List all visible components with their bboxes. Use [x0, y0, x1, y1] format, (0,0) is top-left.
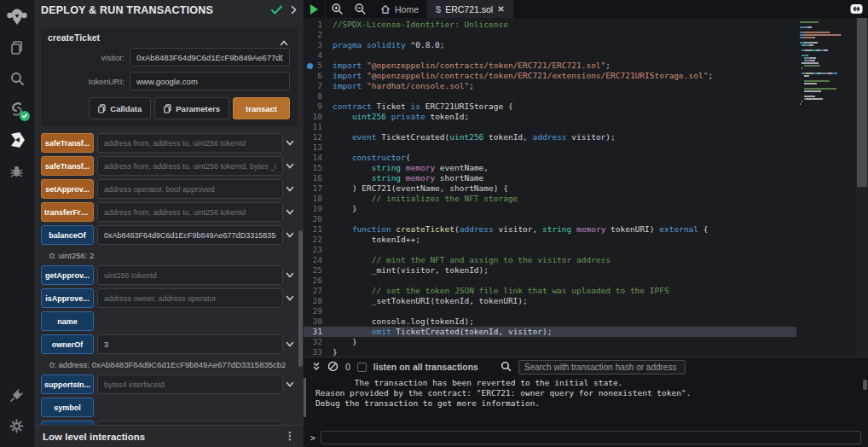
line-number[interactable]: 9 — [304, 102, 333, 112]
plugin-manager-icon[interactable] — [3, 382, 31, 408]
line-number[interactable]: 2 — [304, 30, 333, 40]
function-args-input[interactable] — [97, 265, 283, 285]
solidity-compiler-icon[interactable] — [3, 96, 31, 122]
line-number[interactable]: 3 — [304, 40, 333, 50]
breakpoint-dot[interactable] — [307, 63, 313, 69]
file-explorer-icon[interactable] — [3, 35, 31, 61]
code-line[interactable]: 7import "hardhat/console.sol"; — [304, 81, 796, 91]
chevron-down-icon[interactable] — [283, 295, 297, 301]
line-number[interactable]: 12 — [304, 132, 333, 142]
chevron-up-icon[interactable] — [280, 34, 288, 49]
sidepanel-scrollbar[interactable] — [298, 230, 303, 367]
line-number[interactable]: 10 — [304, 112, 333, 122]
function-args-input[interactable] — [97, 179, 283, 199]
line-number[interactable]: 5 — [304, 61, 333, 71]
line-number[interactable]: 4 — [304, 50, 333, 61]
debugger-icon[interactable] — [3, 158, 31, 183]
tab-erc721-sol[interactable]: $ ERC721.sol ✕ — [427, 0, 513, 18]
function-button-name[interactable]: name — [41, 311, 94, 331]
code-line[interactable]: 15 string memory eventName, — [304, 163, 796, 173]
function-button-balanceof[interactable]: balanceOf — [41, 225, 94, 245]
code-line[interactable]: 28 _setTokenURI(tokenId, tokenURI); — [304, 296, 796, 306]
chevron-down-icon[interactable] — [283, 140, 297, 146]
chevron-down-icon[interactable] — [283, 209, 297, 215]
line-number[interactable]: 25 — [304, 265, 333, 276]
line-number[interactable]: 17 — [304, 183, 333, 194]
function-args-input[interactable] — [97, 133, 283, 153]
terminal-command-input[interactable] — [321, 431, 861, 444]
line-number[interactable]: 1 — [304, 20, 333, 30]
function-args-input[interactable] — [97, 374, 283, 394]
line-number[interactable]: 15 — [304, 163, 333, 173]
line-number[interactable]: 30 — [304, 316, 333, 327]
chevron-down-icon[interactable] — [283, 232, 297, 238]
line-number[interactable]: 24 — [304, 255, 333, 265]
line-number[interactable]: 18 — [304, 194, 333, 204]
code-line[interactable]: 5import "@openzeppelin/contracts/token/E… — [304, 61, 796, 71]
function-button-safetransf[interactable]: safeTransf... — [41, 133, 94, 153]
code-line[interactable]: 25 _mint(visitor, tokenId); — [304, 265, 796, 276]
code-editor[interactable]: 1//SPDX-License-Identifier: Unlicense23p… — [304, 18, 868, 357]
code-line[interactable]: 6import "@openzeppelin/contracts/token/E… — [304, 71, 796, 81]
zoom-in-icon[interactable] — [326, 0, 349, 18]
search-icon[interactable] — [3, 66, 31, 91]
line-number[interactable]: 7 — [304, 81, 333, 91]
close-tab-icon[interactable]: ✕ — [497, 4, 504, 14]
chevron-down-icon[interactable] — [283, 381, 297, 387]
code-line[interactable]: 16 string memory shortName — [304, 173, 796, 183]
terminal-left-scrollbar[interactable] — [304, 378, 306, 417]
function-button-ownerof[interactable]: ownerOf — [41, 334, 94, 354]
function-button-symbol[interactable]: symbol — [41, 398, 94, 417]
line-number[interactable]: 20 — [304, 214, 333, 224]
code-line[interactable]: 29 — [304, 306, 796, 316]
line-number[interactable]: 31 — [304, 327, 333, 337]
chevron-down-icon[interactable] — [283, 272, 297, 278]
listen-all-transactions-checkbox[interactable] — [357, 363, 367, 372]
function-args-input[interactable] — [97, 225, 283, 245]
code-line[interactable]: 12 event TicketCreated(uint256 tokenId, … — [304, 132, 796, 142]
code-line[interactable]: 27 // set the token JSON file link that … — [304, 286, 796, 296]
line-number[interactable]: 28 — [304, 296, 333, 306]
chevron-down-icon[interactable] — [283, 341, 297, 347]
line-number[interactable]: 8 — [304, 91, 333, 102]
chevron-down-icon[interactable] — [283, 186, 297, 192]
editor-scrollbar[interactable] — [856, 18, 868, 357]
function-button-supportsin[interactable]: supportsIn... — [41, 374, 94, 394]
code-line[interactable]: 17 ) ERC721(eventName, shortName) { — [304, 183, 796, 194]
code-line[interactable]: 1//SPDX-License-Identifier: Unlicense — [304, 20, 796, 30]
line-number[interactable]: 11 — [304, 122, 333, 132]
line-number[interactable]: 16 — [304, 173, 333, 183]
code-line[interactable]: 2 — [304, 30, 796, 40]
code-line[interactable]: 30 console.log(tokenId); — [304, 316, 796, 327]
calldata-button[interactable]: Calldata — [89, 97, 151, 119]
editor-minimap[interactable] — [800, 21, 854, 106]
function-args-input[interactable] — [97, 288, 283, 308]
terminal-right-scrollbar[interactable] — [863, 380, 867, 390]
transact-button[interactable]: transact — [233, 97, 290, 119]
line-number[interactable]: 32 — [304, 337, 333, 347]
code-line[interactable]: 24 // mint the NFT and assign to the vis… — [304, 255, 796, 265]
line-number[interactable]: 13 — [304, 142, 333, 153]
code-line[interactable]: 32 } — [304, 337, 796, 347]
remix-logo-icon[interactable] — [3, 4, 31, 30]
function-button-getapprov[interactable]: getApprov... — [41, 265, 94, 285]
run-script-button[interactable] — [304, 0, 326, 18]
code-line[interactable]: 11 — [304, 122, 796, 132]
code-line[interactable]: 14 constructor( — [304, 153, 796, 163]
code-line[interactable]: 4 — [304, 50, 796, 61]
function-button-setapprov[interactable]: setApprov... — [41, 179, 94, 199]
line-number[interactable]: 6 — [304, 71, 333, 81]
function-args-input[interactable] — [97, 334, 283, 354]
code-line[interactable]: 20 — [304, 214, 796, 224]
code-line[interactable]: 22 tokenId++; — [304, 235, 796, 245]
function-args-input[interactable] — [97, 156, 283, 176]
code-line[interactable]: 9contract Ticket is ERC721URIStorage { — [304, 102, 796, 112]
tokenuri-field[interactable] — [130, 72, 290, 90]
function-button-transferfro[interactable]: transferFro... — [41, 202, 94, 222]
line-number[interactable]: 23 — [304, 245, 333, 255]
line-number[interactable]: 29 — [304, 306, 333, 316]
function-button-safetransf[interactable]: safeTransf... — [41, 156, 94, 176]
line-number[interactable]: 33 — [304, 347, 333, 357]
tab-home[interactable]: Home — [372, 0, 427, 18]
zoom-out-icon[interactable] — [349, 0, 372, 18]
